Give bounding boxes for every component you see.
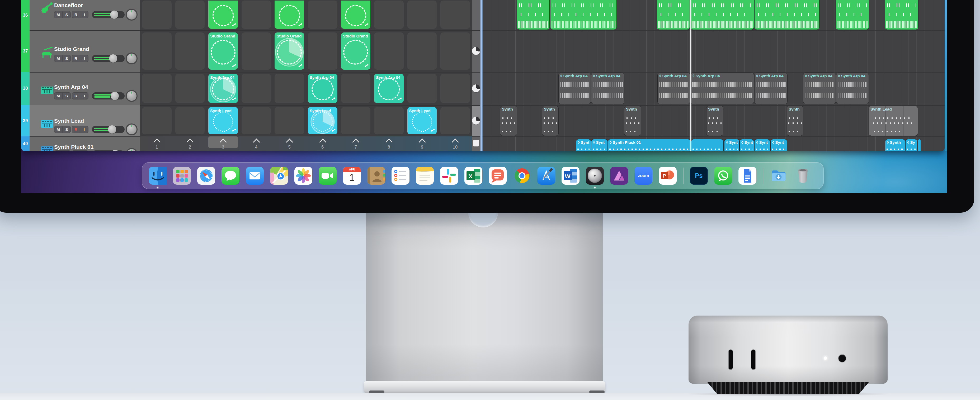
region-audio-synth-arp[interactable]: ◊ Synth Arp 04 <box>803 73 835 104</box>
volume-knob[interactable] <box>111 150 119 151</box>
scene-trigger-3[interactable]: 3 <box>207 137 240 151</box>
empty-cell-slot[interactable] <box>441 74 470 103</box>
i-button[interactable]: I <box>80 11 88 18</box>
loop-cell-synth-arp-04-scene-6[interactable]: Synth Arp 04 <box>308 74 337 103</box>
loop-cell-synth-lead-scene-3[interactable]: Synth Lead <box>208 107 238 134</box>
r-button[interactable]: R <box>72 126 80 133</box>
empty-cell-slot[interactable] <box>407 74 437 103</box>
scene-trigger-2[interactable]: 2 <box>173 137 207 151</box>
region-midi-synth-pluck[interactable] <box>918 139 921 151</box>
dock-icon-photoshop[interactable]: Ps <box>690 167 708 185</box>
empty-cell-slot[interactable] <box>142 74 172 103</box>
region-midi-synth[interactable]: Synth <box>542 106 558 136</box>
scene-trigger-8[interactable]: 8 <box>372 137 406 151</box>
s-button[interactable]: S <box>62 126 71 133</box>
region-midi-synth-pluck[interactable]: ◊ Synth Pluck 01 <box>608 139 690 151</box>
region-midi-synth-pluck[interactable]: ◊ Synt <box>591 139 608 151</box>
empty-cell-slot[interactable] <box>341 107 371 134</box>
dock-icon-launchpad[interactable] <box>173 167 191 185</box>
r-button[interactable]: R <box>72 11 80 18</box>
i-button[interactable]: I <box>80 151 88 151</box>
r-button[interactable]: R <box>72 92 80 100</box>
region-midi-green[interactable] <box>517 0 549 30</box>
region-midi-synth-pluck[interactable]: ◊ Synt <box>754 139 770 151</box>
region-midi-green[interactable] <box>690 0 754 30</box>
dock-icon-calendar[interactable]: APR 1 <box>343 167 361 185</box>
scene-trigger-7[interactable]: 7 <box>339 137 372 151</box>
empty-cell-slot[interactable] <box>275 107 304 134</box>
region-midi-synth-pluck[interactable]: ◊ Synt <box>771 139 787 151</box>
dock-icon-chrome[interactable] <box>513 167 531 185</box>
empty-cell-slot[interactable] <box>441 107 470 134</box>
region-audio-synth-arp[interactable]: ◊ Synth Arp 04 <box>691 73 754 104</box>
dock-icon-trash[interactable] <box>794 167 812 185</box>
dock-icon-messages[interactable] <box>221 167 239 185</box>
region-midi-synth-pluck[interactable]: ◊ Synt <box>740 139 754 151</box>
dock-icon-mail[interactable] <box>246 167 264 185</box>
dock-icon-xcode[interactable] <box>537 167 555 185</box>
volume-slider[interactable] <box>92 92 125 100</box>
i-button[interactable]: I <box>80 126 88 133</box>
volume-knob[interactable] <box>109 54 117 62</box>
region-midi-synth-pluck[interactable]: ◊ Synt <box>724 139 739 151</box>
r-button[interactable]: R <box>72 151 80 151</box>
loop-cell-dancefloor-scene-7[interactable] <box>341 0 371 29</box>
loop-cell-studio-grand-scene-5[interactable]: Studio Grand <box>275 32 304 70</box>
region-audio-synth-arp[interactable]: ◊ Synth Arp 04 <box>558 73 590 104</box>
volume-knob[interactable] <box>110 11 118 19</box>
dock-icon-quip[interactable] <box>489 167 507 185</box>
m-button[interactable]: M <box>54 126 62 133</box>
track-header-row-36[interactable]: 36 DancefloorMSRI <box>21 0 140 30</box>
region-midi-green[interactable] <box>657 0 690 30</box>
scene-trigger-5[interactable]: 5 <box>273 137 306 151</box>
s-button[interactable]: S <box>62 11 71 18</box>
dock-icon-whatsapp[interactable] <box>714 167 732 185</box>
dock-icon-facetime[interactable] <box>319 167 337 185</box>
m-button[interactable]: M <box>54 55 62 62</box>
i-button[interactable]: I <box>80 92 88 100</box>
dock-icon-notes[interactable] <box>416 167 434 185</box>
dock-icon-contacts[interactable] <box>367 167 385 185</box>
empty-cell-slot[interactable] <box>374 32 404 70</box>
empty-cell-slot[interactable] <box>175 107 205 134</box>
dock-icon-finder[interactable] <box>149 167 167 185</box>
empty-cell-slot[interactable] <box>242 74 271 103</box>
empty-cell-slot[interactable] <box>242 0 271 29</box>
pan-knob[interactable] <box>127 54 137 63</box>
pan-knob[interactable] <box>127 125 137 134</box>
dock-icon-logic[interactable] <box>586 167 604 185</box>
region-midi-green[interactable] <box>885 0 918 30</box>
m-button[interactable]: M <box>54 92 62 100</box>
volume-knob[interactable] <box>108 125 116 133</box>
empty-cell-slot[interactable] <box>374 107 404 134</box>
stop-all-cells-button[interactable] <box>473 140 479 146</box>
empty-cell-slot[interactable] <box>175 32 205 70</box>
loop-cell-synth-lead-scene-9[interactable]: Synth Lead <box>407 107 437 134</box>
volume-slider[interactable] <box>92 55 125 62</box>
s-button[interactable]: S <box>62 55 71 62</box>
region-midi-synth[interactable]: Synth <box>706 106 723 136</box>
m-button[interactable]: M <box>54 151 62 151</box>
r-button[interactable]: R <box>72 55 80 62</box>
empty-cell-slot[interactable] <box>275 74 304 103</box>
empty-cell-slot[interactable] <box>142 32 172 70</box>
loop-cell-synth-lead-scene-6[interactable]: Synth Lead <box>308 107 337 134</box>
s-button[interactable]: S <box>62 92 71 100</box>
loop-cell-studio-grand-scene-3[interactable]: Studio Grand <box>208 32 238 70</box>
region-midi-synth-pluck[interactable]: ◊ Synth <box>885 139 905 151</box>
region-audio-synth-arp[interactable]: ◊ Synth Arp 04 <box>836 73 869 104</box>
empty-cell-slot[interactable] <box>407 32 437 70</box>
track-header-row-39[interactable]: 39 Synth LeadMSRI <box>21 105 140 137</box>
scene-trigger-6[interactable]: 6 <box>306 137 339 151</box>
scene-trigger-10[interactable]: 10 <box>439 137 472 151</box>
region-midi-synth[interactable]: Synth Lead <box>869 106 918 136</box>
empty-cell-slot[interactable] <box>175 0 205 29</box>
empty-cell-slot[interactable] <box>142 0 172 29</box>
loop-cell-synth-arp-04-scene-8[interactable]: Synth Arp 04 <box>374 74 404 103</box>
empty-cell-slot[interactable] <box>441 0 470 29</box>
dock-icon-downloads[interactable] <box>770 167 788 185</box>
loop-cell-dancefloor-scene-3[interactable] <box>208 0 238 29</box>
track-header-row-38[interactable]: 38 Synth Arp 04MSRI <box>21 72 140 105</box>
dock-icon-zoomapp[interactable]: zoom <box>635 167 652 185</box>
dock-icon-word[interactable]: W <box>562 167 579 185</box>
